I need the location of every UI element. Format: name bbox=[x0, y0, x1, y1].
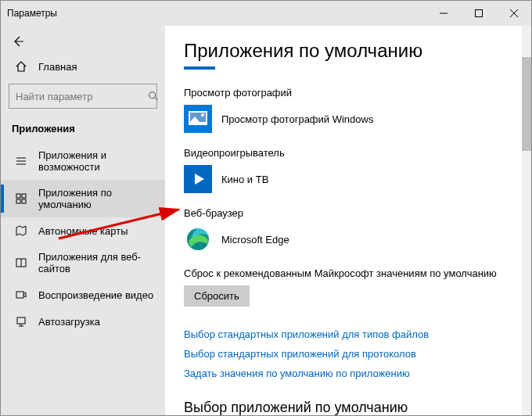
sidebar-item-label: Приложения и возможности bbox=[38, 149, 156, 173]
link-icon bbox=[15, 256, 27, 269]
svg-rect-11 bbox=[16, 199, 20, 203]
sidebar: Главная Приложения Приложения и возможно… bbox=[1, 26, 165, 415]
sidebar-item-label: Воспроизведение видео bbox=[38, 289, 153, 301]
sidebar-item-label: Приложения по умолчанию bbox=[38, 187, 156, 210]
svg-rect-16 bbox=[17, 317, 25, 324]
content-area: Приложения по умолчанию Просмотр фотогра… bbox=[165, 26, 531, 415]
startup-icon bbox=[15, 315, 27, 328]
scrollbar-thumb[interactable] bbox=[522, 57, 531, 151]
reset-button[interactable]: Сбросить bbox=[184, 285, 250, 307]
sidebar-item-offline-maps[interactable]: Автономные карты bbox=[1, 217, 165, 244]
page-title: Приложения по умолчанию bbox=[184, 40, 512, 62]
home-link[interactable]: Главная bbox=[1, 56, 165, 81]
svg-rect-10 bbox=[22, 194, 26, 198]
default-app-browser[interactable]: Microsoft Edge bbox=[184, 225, 512, 253]
link-by-app[interactable]: Задать значения по умолчанию по приложен… bbox=[184, 368, 512, 379]
sidebar-section-label: Приложения bbox=[1, 120, 165, 142]
svg-point-22 bbox=[201, 113, 204, 117]
link-file-types[interactable]: Выбор стандартных приложений для типов ф… bbox=[184, 328, 512, 340]
sidebar-item-startup[interactable]: Автозагрузка bbox=[1, 308, 165, 335]
back-icon[interactable] bbox=[12, 35, 24, 48]
reset-label: Сброс к рекомендованным Майкрософт значе… bbox=[184, 267, 512, 279]
svg-rect-15 bbox=[16, 292, 23, 298]
search-box[interactable] bbox=[9, 84, 157, 109]
map-icon bbox=[15, 224, 27, 237]
app-name: Microsoft Edge bbox=[221, 234, 289, 246]
defaults-icon bbox=[15, 192, 27, 205]
home-icon bbox=[15, 60, 27, 73]
edge-icon bbox=[184, 225, 212, 253]
svg-rect-9 bbox=[16, 194, 20, 198]
titlebar: Параметры bbox=[1, 1, 531, 26]
photo-viewer-icon bbox=[184, 105, 212, 133]
close-button[interactable] bbox=[496, 1, 531, 26]
svg-point-4 bbox=[149, 92, 156, 99]
sidebar-item-apps-features[interactable]: Приложения и возможности bbox=[1, 142, 165, 180]
video-icon bbox=[15, 289, 27, 301]
sidebar-item-default-apps[interactable]: Приложения по умолчанию bbox=[1, 180, 165, 217]
search-input[interactable] bbox=[16, 91, 147, 102]
group-label-photo: Просмотр фотографий bbox=[184, 87, 512, 99]
svg-rect-12 bbox=[22, 199, 26, 203]
default-app-video[interactable]: Кино и ТВ bbox=[184, 165, 512, 193]
list-icon bbox=[15, 155, 27, 167]
sidebar-item-label: Автономные карты bbox=[38, 225, 128, 237]
sidebar-item-apps-websites[interactable]: Приложения для веб-сайтов bbox=[1, 244, 165, 282]
title-underline bbox=[184, 66, 215, 70]
minimize-button[interactable] bbox=[426, 1, 461, 26]
app-name: Кино и ТВ bbox=[221, 174, 268, 185]
default-app-photo[interactable]: Просмотр фотографий Windows bbox=[184, 105, 512, 133]
maximize-button[interactable] bbox=[461, 1, 496, 26]
section2-title: Выбор приложений по умолчанию bbox=[184, 400, 512, 415]
sidebar-item-video-playback[interactable]: Воспроизведение видео bbox=[1, 282, 165, 308]
search-icon bbox=[147, 90, 160, 102]
link-protocols[interactable]: Выбор стандартных приложений для протоко… bbox=[184, 348, 512, 360]
home-label: Главная bbox=[38, 61, 77, 73]
app-name: Просмотр фотографий Windows bbox=[221, 113, 373, 125]
sidebar-item-label: Приложения для веб-сайтов bbox=[38, 251, 156, 274]
group-label-browser: Веб-браузер bbox=[184, 207, 512, 219]
window-title: Параметры bbox=[1, 8, 426, 19]
svg-rect-1 bbox=[475, 10, 482, 17]
svg-line-5 bbox=[155, 98, 158, 101]
sidebar-item-label: Автозагрузка bbox=[38, 316, 100, 328]
group-label-video: Видеопроигрыватель bbox=[184, 147, 512, 159]
movies-tv-icon bbox=[184, 165, 212, 193]
